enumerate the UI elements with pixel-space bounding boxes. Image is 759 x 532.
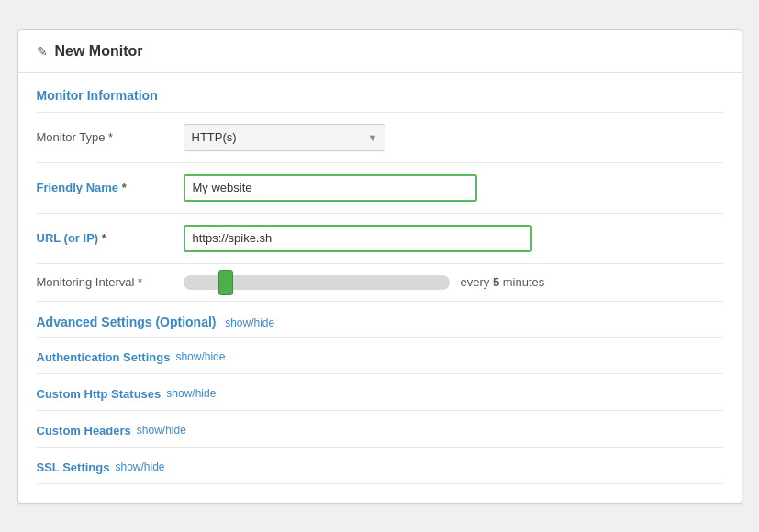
slider-container: every 5 minutes <box>184 275 723 290</box>
custom-headers-title: Custom Headers <box>37 424 131 438</box>
friendly-name-label: Friendly Name * <box>37 181 184 194</box>
ssl-settings-title: SSL Settings <box>37 460 110 474</box>
monitoring-interval-row: Monitoring Interval * every 5 minutes <box>37 264 723 302</box>
auth-settings-section: Authentication Settings show/hide <box>37 338 723 374</box>
http-statuses-title: Custom Http Statuses <box>37 387 162 401</box>
friendly-name-control <box>184 174 723 202</box>
http-statuses-toggle[interactable]: show/hide <box>166 387 216 400</box>
friendly-name-row: Friendly Name * <box>37 163 723 214</box>
card-header: ✎ New Monitor <box>18 30 742 73</box>
monitor-type-control: HTTP(s) HTTPS Ping Port DNS SMTP ▼ <box>184 124 723 151</box>
slider-value-text: every 5 minutes <box>461 275 545 289</box>
monitor-type-select[interactable]: HTTP(s) HTTPS Ping Port DNS SMTP <box>184 124 385 151</box>
auth-settings-toggle[interactable]: show/hide <box>175 350 225 363</box>
url-label: URL (or IP) * <box>37 231 184 245</box>
url-input[interactable] <box>184 225 532 252</box>
custom-headers-section: Custom Headers show/hide <box>37 411 723 448</box>
auth-settings-title: Authentication Settings <box>37 350 171 364</box>
advanced-settings-toggle[interactable]: show/hide <box>225 316 274 329</box>
monitoring-interval-label: Monitoring Interval * <box>37 275 184 289</box>
monitor-type-label: Monitor Type * <box>37 130 184 144</box>
advanced-settings-title: Advanced Settings (Optional) <box>37 315 217 329</box>
edit-icon: ✎ <box>37 44 48 59</box>
slider-track <box>184 275 450 290</box>
custom-headers-toggle[interactable]: show/hide <box>137 424 186 437</box>
monitor-information-heading: Monitor Information <box>37 73 723 113</box>
url-row: URL (or IP) * <box>37 214 723 264</box>
monitor-type-row: Monitor Type * HTTP(s) HTTPS Ping Port D… <box>37 113 723 163</box>
friendly-name-input[interactable] <box>184 174 477 202</box>
slider-value: 5 <box>493 275 499 289</box>
monitor-form-card: ✎ New Monitor Monitor Information Monito… <box>17 29 742 504</box>
card-body: Monitor Information Monitor Type * HTTP(… <box>18 73 742 503</box>
monitoring-interval-control: every 5 minutes <box>184 275 723 290</box>
url-control <box>184 225 723 252</box>
monitor-type-select-wrapper: HTTP(s) HTTPS Ping Port DNS SMTP ▼ <box>184 124 385 151</box>
slider-thumb[interactable] <box>218 270 233 295</box>
http-statuses-section: Custom Http Statuses show/hide <box>37 374 723 411</box>
advanced-settings-section: Advanced Settings (Optional) show/hide <box>37 302 723 338</box>
ssl-settings-toggle[interactable]: show/hide <box>115 460 164 473</box>
page-title: New Monitor <box>55 43 143 60</box>
ssl-settings-section: SSL Settings show/hide <box>37 448 723 484</box>
